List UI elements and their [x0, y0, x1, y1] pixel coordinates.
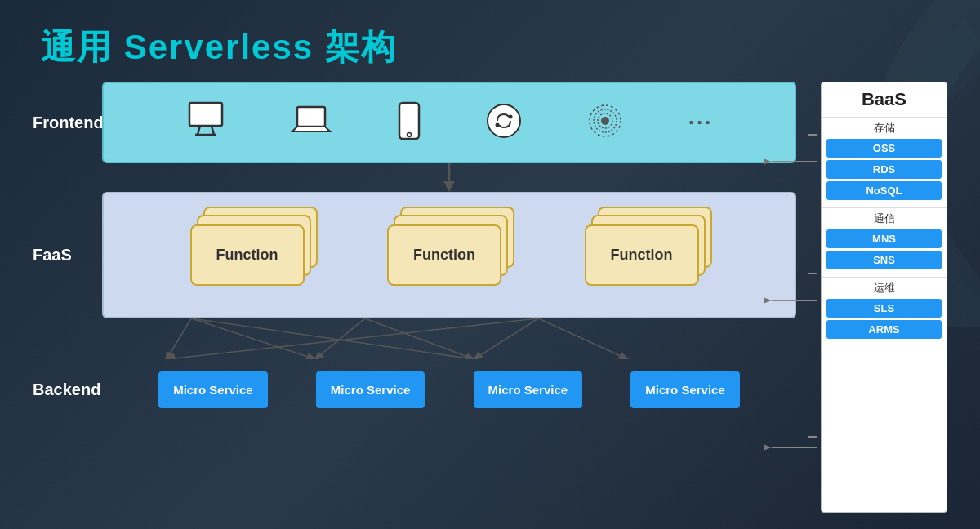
main-layout: Frontend	[33, 82, 947, 513]
svg-rect-0	[189, 103, 222, 126]
svg-rect-4	[297, 107, 325, 127]
baas-title: BaaS	[822, 82, 947, 118]
frontend-box: ···	[102, 82, 796, 163]
baas-comm-title: 通信	[826, 211, 942, 226]
frontend-row-container: Frontend	[33, 82, 808, 163]
baas-nosql: NoSQL	[826, 181, 942, 200]
micro-service-4: Micro Service	[630, 371, 740, 408]
baas-storage-title: 存储	[826, 121, 942, 136]
svg-line-22	[191, 318, 474, 359]
more-icon: ···	[688, 110, 714, 136]
faas-box: Function Function Function	[102, 192, 796, 318]
faas-row-container: FaaS Function Function Fu	[33, 192, 808, 318]
baas-rds: RDS	[826, 160, 942, 179]
baas-panel: BaaS 存储 OSS RDS NoSQL 通信 MNS SNS 运维 SLS …	[821, 82, 947, 513]
backend-label: Backend	[33, 380, 102, 399]
function-card-front-2: Function	[387, 224, 501, 286]
function-card-front-3: Function	[585, 224, 699, 286]
baas-box: BaaS 存储 OSS RDS NoSQL 通信 MNS SNS 运维 SLS …	[821, 82, 947, 513]
micro-service-3: Micro Service	[474, 371, 583, 408]
baas-arms: ARMS	[826, 320, 942, 339]
svg-point-10	[601, 117, 609, 125]
down-arrow-icon	[439, 163, 459, 192]
baas-mns: MNS	[826, 229, 942, 248]
baas-comm-group: 通信 MNS SNS	[822, 208, 947, 278]
baas-storage-group: 存储 OSS RDS NoSQL	[822, 118, 947, 208]
cross-arrows-area	[102, 318, 796, 359]
baas-ops-title: 运维	[826, 281, 942, 296]
cross-arrows-svg	[102, 318, 796, 359]
function-card-front-1: Function	[190, 224, 305, 286]
backend-box: Micro Service Micro Service Micro Servic…	[102, 359, 796, 420]
down-arrow-container	[102, 163, 796, 192]
desktop-icon	[185, 100, 226, 144]
frontend-label: Frontend	[33, 113, 102, 132]
faas-label: FaaS	[33, 246, 102, 264]
laptop-icon	[291, 104, 332, 141]
function-stack-3: Function	[581, 207, 712, 305]
diagram-section: Frontend	[33, 82, 808, 513]
svg-point-9	[496, 123, 500, 127]
miniapp-icon	[486, 103, 522, 142]
svg-line-19	[365, 318, 474, 359]
baas-oss: OSS	[826, 139, 942, 158]
baas-sls: SLS	[826, 299, 942, 318]
arrow-down-row	[33, 163, 808, 192]
mobile-icon	[397, 101, 421, 144]
baas-ops-group: 运维 SLS ARMS	[822, 278, 947, 346]
baas-sns: SNS	[826, 251, 942, 269]
svg-line-1	[198, 126, 200, 135]
micro-service-2: Micro Service	[316, 371, 425, 408]
svg-line-17	[191, 318, 315, 359]
svg-point-7	[488, 104, 520, 137]
function-stack-1: Function	[187, 207, 318, 305]
svg-rect-5	[399, 103, 419, 139]
svg-marker-15	[443, 181, 455, 192]
svg-line-2	[212, 126, 214, 135]
svg-line-16	[167, 318, 191, 359]
page-title: 通用 Serverless 架构	[41, 24, 397, 70]
svg-line-21	[538, 318, 627, 359]
function-stack-2: Function	[384, 207, 514, 305]
cross-arrows-row	[33, 318, 808, 359]
backend-row-container: Backend Micro Service Micro Service Micr…	[33, 359, 808, 420]
iot-icon	[587, 103, 623, 142]
micro-service-1: Micro Service	[158, 371, 268, 408]
svg-point-8	[509, 115, 513, 119]
